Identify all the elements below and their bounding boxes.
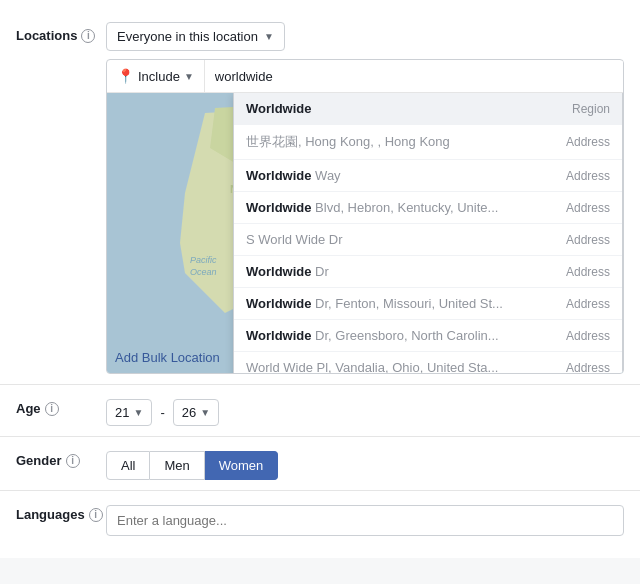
languages-label: Languages i xyxy=(16,501,106,522)
suggestion-text: Worldwide Dr, Fenton, Missouri, United S… xyxy=(246,296,503,311)
locations-info-icon[interactable]: i xyxy=(81,29,95,43)
languages-label-text: Languages xyxy=(16,507,85,522)
suggestion-type: Address xyxy=(566,233,610,247)
gender-btn-men[interactable]: Men xyxy=(150,451,204,480)
include-caret: ▼ xyxy=(184,71,194,82)
gender-info-icon[interactable]: i xyxy=(66,454,80,468)
suggestion-text: World Wide Pl, Vandalia, Ohio, United St… xyxy=(246,360,498,373)
everyone-dropdown[interactable]: Everyone in this location ▼ xyxy=(106,22,285,51)
suggestion-item[interactable]: Worldwide Dr, Fenton, Missouri, United S… xyxy=(234,288,622,320)
suggestions-overlay: WorldwideRegion世界花園, Hong Kong, , Hong K… xyxy=(233,93,623,373)
pin-icon: 📍 xyxy=(117,68,134,84)
suggestion-type: Address xyxy=(566,135,610,149)
suggestion-item[interactable]: World Wide Pl, Vandalia, Ohio, United St… xyxy=(234,352,622,373)
suggestion-type: Address xyxy=(566,297,610,311)
age-to-caret: ▼ xyxy=(200,407,210,418)
age-label: Age i xyxy=(16,395,106,416)
everyone-dropdown-label: Everyone in this location xyxy=(117,29,258,44)
age-from-value: 21 xyxy=(115,405,129,420)
suggestion-text: Worldwide Way xyxy=(246,168,341,183)
suggestion-type: Region xyxy=(572,102,610,116)
svg-text:Pacific: Pacific xyxy=(190,255,217,265)
suggestion-item[interactable]: 世界花園, Hong Kong, , Hong KongAddress xyxy=(234,125,622,160)
locations-label-text: Locations xyxy=(16,28,77,43)
locations-content: Everyone in this location ▼ 📍 Include ▼ xyxy=(106,22,624,374)
age-from-caret: ▼ xyxy=(133,407,143,418)
suggestion-type: Address xyxy=(566,361,610,374)
suggestion-item[interactable]: Worldwide Blvd, Hebron, Kentucky, Unite.… xyxy=(234,192,622,224)
suggestion-text: Worldwide Dr, Greensboro, North Carolin.… xyxy=(246,328,499,343)
age-from-dropdown[interactable]: 21 ▼ xyxy=(106,399,152,426)
age-to-dropdown[interactable]: 26 ▼ xyxy=(173,399,219,426)
gender-controls: AllMenWomen xyxy=(106,447,624,480)
suggestion-item[interactable]: S World Wide DrAddress xyxy=(234,224,622,256)
languages-content xyxy=(106,501,624,536)
svg-text:Ocean: Ocean xyxy=(190,267,217,277)
suggestion-type: Address xyxy=(566,265,610,279)
location-panel-top: 📍 Include ▼ xyxy=(107,60,623,93)
gender-label-text: Gender xyxy=(16,453,62,468)
languages-info-icon[interactable]: i xyxy=(89,508,103,522)
suggestion-text: 世界花園, Hong Kong, , Hong Kong xyxy=(246,133,450,151)
age-content: 21 ▼ - 26 ▼ xyxy=(106,395,624,426)
include-button[interactable]: 📍 Include ▼ xyxy=(107,60,205,92)
gender-content: AllMenWomen xyxy=(106,447,624,480)
gender-btn-all[interactable]: All xyxy=(106,451,150,480)
location-search-input[interactable] xyxy=(205,61,623,92)
language-input[interactable] xyxy=(106,505,624,536)
locations-label: Locations i xyxy=(16,22,106,43)
age-row: Age i 21 ▼ - 26 ▼ xyxy=(0,385,640,437)
gender-row: Gender i AllMenWomen xyxy=(0,437,640,491)
languages-row: Languages i xyxy=(0,491,640,546)
age-dash: - xyxy=(160,405,164,420)
age-to-value: 26 xyxy=(182,405,196,420)
gender-btn-women[interactable]: Women xyxy=(205,451,279,480)
suggestion-item[interactable]: WorldwideRegion xyxy=(234,93,622,125)
suggestion-item[interactable]: Worldwide DrAddress xyxy=(234,256,622,288)
suggestion-text: S World Wide Dr xyxy=(246,232,343,247)
suggestion-item[interactable]: Worldwide Dr, Greensboro, North Carolin.… xyxy=(234,320,622,352)
age-label-text: Age xyxy=(16,401,41,416)
suggestion-item[interactable]: Worldwide WayAddress xyxy=(234,160,622,192)
location-panel: 📍 Include ▼ xyxy=(106,59,624,374)
suggestion-type: Address xyxy=(566,329,610,343)
suggestion-text: Worldwide Dr xyxy=(246,264,329,279)
suggestion-type: Address xyxy=(566,169,610,183)
add-bulk-location-link[interactable]: Add Bulk Location xyxy=(115,350,220,365)
locations-row: Locations i Everyone in this location ▼ … xyxy=(0,12,640,385)
everyone-dropdown-caret: ▼ xyxy=(264,31,274,42)
suggestion-text: Worldwide Blvd, Hebron, Kentucky, Unite.… xyxy=(246,200,498,215)
age-controls: 21 ▼ - 26 ▼ xyxy=(106,395,624,426)
gender-label: Gender i xyxy=(16,447,106,468)
suggestion-text: Worldwide xyxy=(246,101,311,116)
include-label: Include xyxy=(138,69,180,84)
suggestion-type: Address xyxy=(566,201,610,215)
age-info-icon[interactable]: i xyxy=(45,402,59,416)
map-area: Pacific Ocean NORTH AMERICA here Atlanti… xyxy=(107,93,623,373)
